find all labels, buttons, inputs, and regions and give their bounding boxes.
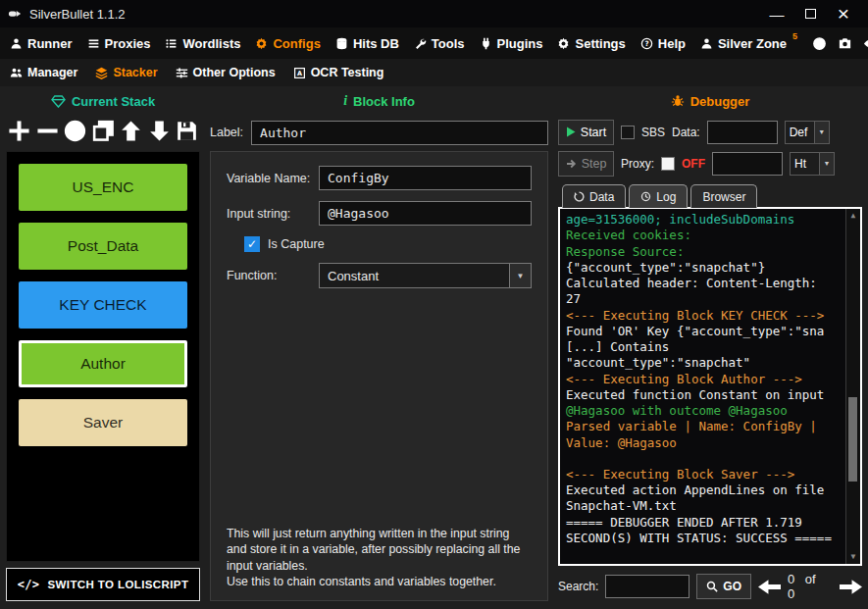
- menu-proxies[interactable]: Proxies: [87, 36, 151, 51]
- menu-help[interactable]: ? Help: [640, 36, 686, 51]
- input-string-input[interactable]: [319, 201, 532, 226]
- label-caption: Label:: [210, 126, 243, 139]
- submenu-ocr-testing[interactable]: A OCR Testing: [293, 66, 384, 79]
- scrollbar-thumb[interactable]: [848, 397, 857, 482]
- stack-block-saver[interactable]: Saver: [19, 399, 187, 446]
- block-description: This will just return anything written i…: [227, 518, 532, 590]
- stack-block-key-check[interactable]: KEY CHECK: [19, 281, 187, 329]
- log-line: Received cookies:: [566, 228, 839, 243]
- refresh-icon: [574, 191, 585, 202]
- chevron-down-icon[interactable]: ▼: [814, 122, 829, 143]
- proxy-type-dropdown[interactable]: Ht ▼: [790, 152, 835, 176]
- current-stack-header: Current Stack: [6, 88, 200, 114]
- log-line: ===== DEBUGGER ENDED AFTER 1.719 SECOND(…: [566, 515, 839, 547]
- switch-to-loliscript-button[interactable]: </> SWITCH TO LOLISCRIPT: [6, 568, 200, 601]
- menu-hitsdb[interactable]: Hits DB: [335, 36, 399, 51]
- tab-log[interactable]: Log: [629, 184, 688, 208]
- debugger-column: Debugger Start SBS Data: Def ▼: [558, 88, 862, 601]
- bug-icon: [671, 94, 685, 108]
- submenu-manager[interactable]: Manager: [10, 66, 77, 79]
- menu-settings[interactable]: Settings: [557, 36, 625, 51]
- menu-silver-zone[interactable]: Silver Zone 5: [700, 36, 797, 51]
- gear-icon: [255, 37, 268, 50]
- debugger-header: Debugger: [558, 88, 862, 114]
- log-line: <--- Executing Block KEY CHECK --->: [566, 308, 839, 324]
- debug-data-input[interactable]: [707, 121, 778, 144]
- menu-wordlists[interactable]: Wordlists: [165, 36, 240, 51]
- log-line: {"account_type":"snapchat"}: [566, 260, 839, 276]
- move-up-icon[interactable]: [120, 120, 142, 142]
- stack-block-us-enc[interactable]: US_ENC: [19, 164, 187, 211]
- remove-block-icon[interactable]: [36, 120, 59, 142]
- clone-block-icon[interactable]: [92, 120, 115, 142]
- tab-data[interactable]: Data: [562, 184, 626, 208]
- chevron-down-icon[interactable]: ▼: [819, 153, 834, 175]
- data-type-dropdown[interactable]: Def ▼: [785, 121, 830, 144]
- chevron-down-icon[interactable]: ▼: [509, 264, 531, 287]
- scroll-down-icon[interactable]: ▼: [846, 552, 860, 562]
- sbs-checkbox[interactable]: [621, 126, 635, 139]
- log-line: Calculated header: Content-Length: 27: [566, 276, 839, 308]
- settings-gear-icon: [557, 37, 570, 50]
- content-area: Current Stack US_ENC Post_Data KEY CHECK…: [0, 86, 868, 609]
- start-button[interactable]: Start: [558, 120, 614, 145]
- log-line: Executed function Constant on input: [566, 387, 839, 403]
- main-menubar: Runner Proxies Wordlists Configs Hits DB…: [0, 27, 868, 59]
- submenu-other-options[interactable]: Other Options: [176, 66, 276, 79]
- scroll-up-icon[interactable]: ▲: [846, 211, 860, 221]
- play-icon: [566, 127, 576, 137]
- proxy-checkbox[interactable]: [661, 157, 675, 171]
- sbs-label: SBS: [641, 126, 665, 139]
- data-type-value: Def: [786, 122, 814, 143]
- next-result-button[interactable]: [840, 580, 862, 594]
- camera-icon[interactable]: [838, 36, 852, 51]
- silver-zone-icon: [700, 37, 713, 50]
- log-line: [566, 451, 839, 467]
- previous-result-button[interactable]: [758, 580, 781, 594]
- function-dropdown[interactable]: Constant ▼: [319, 263, 532, 288]
- log-line: <--- Executing Block Saver --->: [566, 467, 839, 482]
- add-block-icon[interactable]: [8, 120, 30, 142]
- menu-tools[interactable]: Tools: [414, 36, 465, 51]
- eye-icon[interactable]: [863, 36, 868, 51]
- submenu-stacker[interactable]: Stacker: [95, 66, 157, 79]
- menu-configs[interactable]: Configs: [255, 36, 320, 51]
- code-icon: </>: [18, 578, 40, 591]
- history-icon: [640, 191, 651, 202]
- search-input[interactable]: [605, 575, 689, 598]
- function-row: Function: Constant ▼: [227, 263, 532, 288]
- database-icon: [335, 37, 348, 50]
- app-window: SilverBullet 1.1.2 — × Runner Proxies Wo…: [0, 0, 868, 609]
- clear-stack-icon[interactable]: [64, 120, 86, 142]
- ocr-icon: A: [293, 67, 306, 79]
- step-button[interactable]: Step: [558, 151, 614, 177]
- save-icon[interactable]: [176, 120, 198, 142]
- log-search-row: Search: GO 0 of 0: [558, 572, 862, 601]
- minimize-button[interactable]: —: [760, 0, 793, 27]
- is-capture-checkbox[interactable]: ✓: [244, 236, 260, 252]
- history-icon[interactable]: [812, 36, 827, 51]
- wrench-icon: [414, 37, 427, 50]
- label-input[interactable]: [251, 121, 548, 145]
- log-line: Found 'OR' Key {"account_type":"sna [...…: [566, 324, 839, 372]
- runner-icon: [10, 37, 23, 50]
- app-logo-icon: [8, 7, 22, 21]
- variable-name-input[interactable]: [319, 166, 532, 190]
- search-go-button[interactable]: GO: [696, 574, 751, 599]
- menubar-right-icons: [812, 36, 868, 51]
- debugger-row-1: Start SBS Data: Def ▼: [558, 119, 862, 145]
- move-down-icon[interactable]: [148, 120, 171, 142]
- stack-block-author[interactable]: Author: [19, 340, 187, 387]
- function-caption: Function:: [227, 269, 311, 282]
- maximize-button[interactable]: [793, 0, 827, 27]
- tab-browser[interactable]: Browser: [690, 184, 757, 208]
- stack-panel: US_ENC Post_Data KEY CHECK Author Saver: [6, 151, 200, 562]
- log-scrollbar[interactable]: ▲ ▼: [845, 209, 860, 564]
- log-line: Executed action AppendLines on file Snap…: [566, 482, 839, 515]
- menu-plugins[interactable]: Plugins: [480, 36, 543, 51]
- proxy-off-status: OFF: [682, 157, 705, 171]
- stack-block-post-data[interactable]: Post_Data: [19, 223, 187, 270]
- menu-runner[interactable]: Runner: [10, 36, 73, 51]
- close-button[interactable]: ×: [827, 0, 860, 27]
- proxy-input[interactable]: [712, 152, 783, 176]
